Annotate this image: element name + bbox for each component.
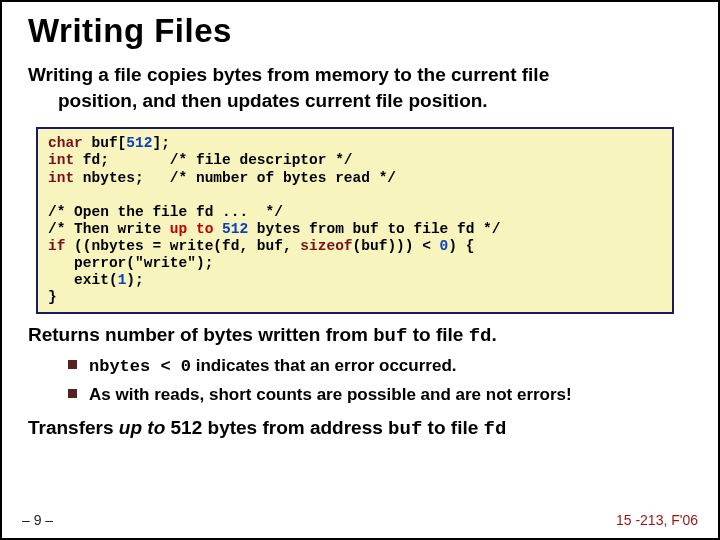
returns-text: Returns number of bytes written from xyxy=(28,324,373,345)
page-number: – 9 – xyxy=(22,512,53,528)
bullet1-code: nbytes < 0 xyxy=(89,357,191,376)
code-kw: char xyxy=(48,135,83,151)
code-kw: int xyxy=(48,152,74,168)
code-text: exit( xyxy=(48,272,118,288)
code-text: ); xyxy=(126,272,143,288)
bullet-item: As with reads, short counts are possible… xyxy=(68,384,692,406)
transfers-text: Transfers xyxy=(28,417,119,438)
code-kw: if xyxy=(48,238,65,254)
code-text: } xyxy=(48,289,57,305)
code-text: ]; xyxy=(152,135,169,151)
code-text: fd; /* file descriptor */ xyxy=(74,152,352,168)
transfers-text: 512 bytes from address xyxy=(165,417,388,438)
code-text: (buf))) < xyxy=(353,238,440,254)
transfers-upto: up to xyxy=(119,417,165,438)
bullet-list: nbytes < 0 indicates that an error occur… xyxy=(28,355,692,406)
bullet-item: nbytes < 0 indicates that an error occur… xyxy=(68,355,692,378)
bullet-text: nbytes < 0 indicates that an error occur… xyxy=(89,355,457,378)
code-num: 0 xyxy=(440,238,449,254)
subtitle-line1: Writing a file copies bytes from memory … xyxy=(28,64,549,85)
code-text: /* Open the file fd ... */ xyxy=(48,204,283,220)
code-kw: sizeof xyxy=(300,238,352,254)
code-block: char buf[512]; int fd; /* file descripto… xyxy=(36,127,674,314)
bullet-text: As with reads, short counts are possible… xyxy=(89,384,572,406)
slide-title: Writing Files xyxy=(28,12,692,50)
code-text: perror("write"); xyxy=(48,255,213,271)
returns-buf: buf xyxy=(373,325,407,347)
slide-subtitle: Writing a file copies bytes from memory … xyxy=(28,62,692,113)
returns-text: to file xyxy=(407,324,468,345)
bullet-square-icon xyxy=(68,360,77,369)
bullet-square-icon xyxy=(68,389,77,398)
transfers-fd: fd xyxy=(484,418,507,440)
code-kw: int xyxy=(48,170,74,186)
returns-dot: . xyxy=(491,324,496,345)
code-text: ) { xyxy=(448,238,474,254)
returns-fd: fd xyxy=(469,325,492,347)
course-tag: 15 -213, F'06 xyxy=(616,512,698,528)
code-text: nbytes; /* number of bytes read */ xyxy=(74,170,396,186)
code-upto: up to xyxy=(170,221,214,237)
returns-line: Returns number of bytes written from buf… xyxy=(28,324,692,347)
slide: Writing Files Writing a file copies byte… xyxy=(2,2,718,440)
transfers-line: Transfers up to 512 bytes from address b… xyxy=(28,417,692,440)
transfers-buf: buf xyxy=(388,418,422,440)
code-text: /* Then write xyxy=(48,221,170,237)
subtitle-line2: position, and then updates current file … xyxy=(28,88,692,114)
code-num: 512 xyxy=(126,135,152,151)
bullet1-rest: indicates that an error occurred. xyxy=(191,356,456,375)
code-text: bytes from buf to file fd */ xyxy=(248,221,500,237)
code-text: ((nbytes = write(fd, buf, xyxy=(65,238,300,254)
code-num: 512 xyxy=(222,221,248,237)
code-text: buf[ xyxy=(83,135,127,151)
transfers-text: to file xyxy=(422,417,483,438)
code-text xyxy=(213,221,222,237)
